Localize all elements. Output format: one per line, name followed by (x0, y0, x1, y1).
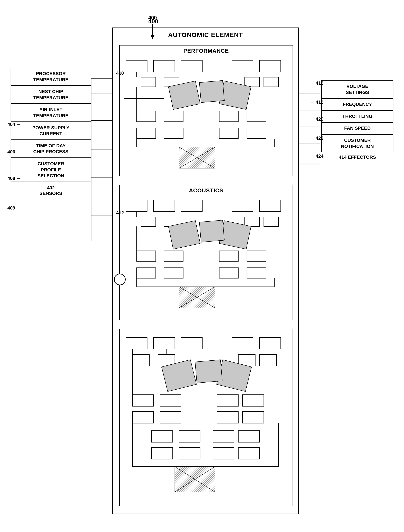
svg-rect-11 (199, 80, 224, 102)
sensor-customer-profile: CUSTOMERPROFILESELECTION (11, 158, 91, 182)
acoustics-title: ACOUSTICS (120, 185, 293, 196)
svg-rect-68 (126, 337, 147, 349)
svg-rect-39 (141, 217, 156, 226)
acoustics-inner-diagram (120, 196, 293, 318)
effectors-panel: VOLTAGESETTINGS FREQUENCY THROTTLING FAN… (321, 80, 393, 160)
effector-frequency: FREQUENCY (321, 98, 393, 110)
svg-rect-3 (232, 60, 253, 72)
svg-rect-2 (181, 60, 202, 72)
ref-412-label: 412 (116, 210, 124, 216)
sensor-time-of-day: TIME OF DAYCHIP PROCESS (11, 140, 91, 158)
ref-416-label: → 416 (310, 80, 324, 86)
svg-rect-38 (260, 200, 281, 212)
svg-rect-12 (137, 111, 156, 122)
svg-rect-85 (160, 412, 181, 423)
svg-rect-19 (247, 128, 266, 139)
ref-408-label: 408 ← (7, 176, 21, 181)
diagram-container: 400 AUTONOMIC ELEMENT PERFORMANCE (0, 8, 404, 529)
ref-420-label: → 420 (310, 116, 324, 122)
ref-409-label: 409 ← (7, 205, 21, 211)
svg-rect-91 (238, 431, 260, 442)
svg-rect-8 (264, 77, 279, 87)
svg-rect-0 (126, 60, 147, 72)
sensor-air-inlet-temp: AIR-INLETTEMPERATURE (11, 104, 91, 122)
svg-rect-52 (219, 268, 238, 278)
effector-voltage-settings: VOLTAGESETTINGS (321, 80, 393, 98)
effectors-label: 414 EFFECTORS (321, 154, 393, 160)
svg-rect-88 (151, 431, 173, 442)
performance-inner-diagram (120, 56, 293, 175)
svg-rect-94 (213, 448, 234, 459)
ref-422-label: → 422 (310, 135, 324, 141)
effector-throttling: THROTTLING (321, 110, 393, 122)
svg-rect-84 (132, 412, 154, 423)
sensors-label: 402 SENSORS (11, 185, 91, 196)
autonomic-element-title: AUTONOMIC ELEMENT (113, 28, 298, 42)
ref-406-label: 406 ← (7, 149, 21, 155)
svg-rect-15 (247, 111, 266, 122)
effector-fan-speed: FAN SPEED (321, 122, 393, 134)
svg-rect-18 (219, 128, 238, 139)
svg-rect-48 (219, 251, 238, 261)
svg-rect-87 (243, 412, 264, 423)
svg-rect-36 (181, 200, 202, 212)
sensor-nest-chip-temp: NEST CHIPTEMPERATURE (11, 86, 91, 104)
svg-rect-89 (179, 431, 200, 442)
svg-rect-46 (137, 251, 156, 261)
svg-rect-71 (232, 337, 253, 349)
svg-rect-76 (260, 355, 276, 366)
ref-424-label: → 424 (310, 153, 324, 159)
svg-rect-70 (181, 337, 202, 349)
svg-rect-5 (141, 77, 156, 87)
ref-400-label: 400 (148, 15, 157, 21)
svg-rect-95 (238, 448, 260, 459)
svg-rect-13 (164, 111, 183, 122)
svg-rect-93 (179, 448, 200, 459)
third-inner-diagram (120, 333, 293, 507)
svg-rect-14 (219, 111, 238, 122)
svg-rect-92 (151, 448, 173, 459)
svg-rect-49 (247, 251, 266, 261)
svg-rect-80 (132, 395, 154, 406)
svg-rect-83 (243, 395, 264, 406)
svg-rect-79 (195, 360, 222, 383)
autonomic-element-box: AUTONOMIC ELEMENT PERFORMANCE (112, 27, 299, 514)
effector-customer-notification: CUSTOMERNOTIFICATION (321, 134, 393, 152)
svg-rect-90 (213, 431, 234, 442)
sensor-power-supply-current: POWER SUPPLYCURRENT (11, 122, 91, 140)
performance-title: PERFORMANCE (120, 45, 293, 56)
ref-410-label: 410 (116, 70, 124, 76)
acoustics-section: ACOUSTICS (119, 185, 293, 320)
svg-rect-50 (137, 268, 156, 278)
svg-rect-4 (260, 60, 281, 72)
performance-section: PERFORMANCE (119, 45, 293, 176)
svg-rect-35 (154, 200, 175, 212)
svg-rect-51 (164, 268, 183, 278)
sensor-processor-temp: PROCESSORTEMPERATURE (11, 68, 91, 86)
svg-rect-1 (154, 60, 175, 72)
svg-rect-45 (199, 220, 224, 242)
svg-rect-16 (137, 128, 156, 139)
svg-rect-86 (217, 412, 238, 423)
svg-rect-42 (264, 217, 279, 226)
svg-rect-82 (217, 395, 238, 406)
svg-rect-7 (245, 77, 260, 87)
svg-rect-81 (160, 395, 181, 406)
svg-rect-73 (132, 355, 149, 366)
svg-rect-34 (126, 200, 147, 212)
svg-rect-69 (154, 337, 175, 349)
sensors-panel: PROCESSORTEMPERATURE NEST CHIPTEMPERATUR… (11, 68, 91, 196)
svg-rect-17 (164, 128, 183, 139)
svg-rect-53 (247, 268, 266, 278)
third-section (119, 329, 293, 507)
svg-rect-41 (245, 217, 260, 226)
circle-connector-412 (114, 274, 126, 285)
svg-rect-72 (260, 337, 281, 349)
ref-418-label: → 418 (310, 100, 324, 105)
svg-rect-47 (164, 251, 183, 261)
svg-rect-37 (232, 200, 253, 212)
ref-404-label: 404 ← (7, 122, 21, 127)
